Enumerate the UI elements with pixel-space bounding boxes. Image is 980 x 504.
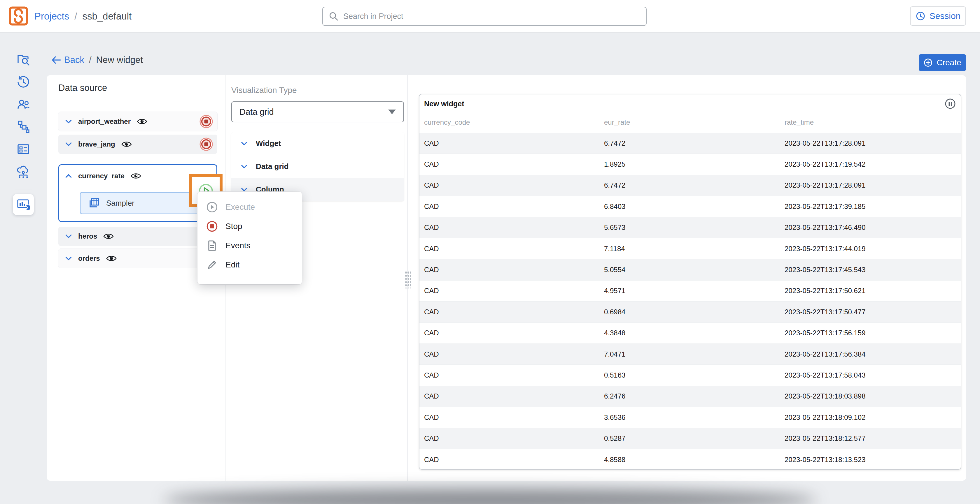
ssb-logo-icon[interactable] bbox=[9, 6, 28, 25]
visualization-type-label: Visualization Type bbox=[231, 86, 297, 95]
breadcrumb-projects-link[interactable]: Projects bbox=[34, 11, 69, 22]
cell-currency-code: CAD bbox=[419, 434, 600, 442]
app-root: { "colors": { "accent_blue": "#2F6FD3", … bbox=[0, 0, 980, 504]
cell-eur-rate: 5.0554 bbox=[600, 266, 780, 274]
panel-resize-handle[interactable] bbox=[405, 271, 410, 288]
accordion-section-widget[interactable]: Widget bbox=[231, 132, 404, 155]
table-body: CAD 6.7472 2023-05-22T13:17:28.091 CAD 1… bbox=[419, 133, 961, 469]
project-explorer-icon[interactable] bbox=[16, 52, 30, 67]
chevron-up-icon[interactable] bbox=[64, 171, 73, 180]
cell-currency-code: CAD bbox=[419, 266, 600, 274]
visualization-type-select[interactable]: Data grid bbox=[231, 101, 404, 122]
breadcrumb-separator: / bbox=[75, 11, 77, 22]
cell-rate-time: 2023-05-22T13:17:19.542 bbox=[780, 160, 961, 168]
cell-currency-code: CAD bbox=[419, 456, 600, 464]
table-row[interactable]: CAD 4.9571 2023-05-22T13:17:50.621 bbox=[419, 281, 961, 301]
back-link[interactable]: Back bbox=[51, 55, 84, 65]
tree-item-brave-jang[interactable]: brave_jang bbox=[58, 135, 217, 154]
table-row[interactable]: CAD 0.6984 2023-05-22T13:17:50.477 bbox=[419, 301, 961, 322]
table-row[interactable]: CAD 6.8403 2023-05-22T13:17:39.185 bbox=[419, 196, 961, 217]
job-flow-icon[interactable] bbox=[16, 120, 30, 134]
table-row[interactable]: CAD 6.7472 2023-05-22T13:17:28.091 bbox=[419, 133, 961, 154]
cell-eur-rate: 4.8588 bbox=[600, 456, 780, 464]
stop-job-button[interactable] bbox=[199, 114, 213, 128]
chevron-down-icon[interactable] bbox=[64, 254, 73, 263]
table-row[interactable]: CAD 3.6536 2023-05-22T13:18:09.102 bbox=[419, 407, 961, 428]
column-header-currency-code[interactable]: currency_code bbox=[419, 118, 600, 127]
history-icon[interactable] bbox=[16, 75, 30, 89]
document-icon bbox=[206, 240, 218, 251]
menu-item-stop[interactable]: Stop bbox=[197, 217, 302, 236]
table-row[interactable]: CAD 6.7472 2023-05-22T13:17:28.091 bbox=[419, 175, 961, 196]
breadcrumb-project-name: ssb_default bbox=[82, 11, 132, 22]
app-header: Projects / ssb_default Search in Project… bbox=[0, 0, 980, 33]
cell-rate-time: 2023-05-22T13:17:58.043 bbox=[780, 371, 961, 379]
cloud-connections-icon[interactable] bbox=[16, 165, 30, 179]
session-label: Session bbox=[929, 11, 961, 21]
plus-circle-icon bbox=[923, 58, 933, 67]
menu-item-edit[interactable]: Edit bbox=[197, 255, 302, 274]
menu-item-execute[interactable]: Execute bbox=[197, 198, 302, 217]
sampler-label: Sampler bbox=[106, 199, 134, 208]
caret-down-icon bbox=[388, 109, 396, 114]
column-header-rate-time[interactable]: rate_time bbox=[780, 118, 961, 127]
cell-eur-rate: 0.6984 bbox=[600, 308, 780, 316]
cell-eur-rate: 6.7472 bbox=[600, 139, 780, 147]
menu-item-events[interactable]: Events bbox=[197, 236, 302, 255]
users-icon[interactable] bbox=[16, 97, 30, 111]
sidebar-divider bbox=[14, 189, 32, 189]
table-row[interactable]: CAD 0.5163 2023-05-22T13:17:58.043 bbox=[419, 365, 961, 386]
eye-icon[interactable] bbox=[106, 254, 117, 263]
visualization-accordion: Widget Data grid Column bbox=[231, 132, 404, 201]
table-row[interactable]: CAD 4.8588 2023-05-22T13:18:13.523 bbox=[419, 449, 961, 470]
accordion-section-data-grid[interactable]: Data grid bbox=[231, 155, 404, 178]
chevron-down-icon[interactable] bbox=[64, 117, 73, 126]
cell-rate-time: 2023-05-22T13:17:50.621 bbox=[780, 287, 961, 295]
chevron-down-icon[interactable] bbox=[64, 140, 73, 149]
table-row[interactable]: CAD 7.0471 2023-05-22T13:17:56.384 bbox=[419, 344, 961, 365]
table-row[interactable]: CAD 0.5287 2023-05-22T13:18:12.577 bbox=[419, 428, 961, 449]
cell-currency-code: CAD bbox=[419, 160, 600, 168]
cell-currency-code: CAD bbox=[419, 392, 600, 400]
cell-rate-time: 2023-05-22T13:17:50.477 bbox=[780, 308, 961, 316]
cell-eur-rate: 7.0471 bbox=[600, 350, 780, 358]
cell-currency-code: CAD bbox=[419, 245, 600, 253]
tree-item-orders[interactable]: orders bbox=[58, 249, 217, 268]
cell-currency-code: CAD bbox=[419, 308, 600, 316]
cell-currency-code: CAD bbox=[419, 223, 600, 231]
tree-item-heros[interactable]: heros bbox=[58, 227, 217, 246]
pause-icon[interactable] bbox=[944, 98, 956, 109]
search-icon bbox=[329, 11, 339, 21]
chevron-down-icon[interactable] bbox=[64, 232, 73, 241]
cell-rate-time: 2023-05-22T13:18:09.102 bbox=[780, 414, 961, 422]
tables-icon[interactable] bbox=[16, 142, 30, 156]
cell-rate-time: 2023-05-22T13:17:56.384 bbox=[780, 350, 961, 358]
search-input[interactable]: Search in Project bbox=[322, 7, 647, 26]
widget-title: New widget bbox=[424, 100, 465, 108]
cell-eur-rate: 6.7472 bbox=[600, 181, 780, 189]
stop-job-button[interactable] bbox=[199, 137, 213, 151]
column-header-eur-rate[interactable]: eur_rate bbox=[600, 118, 780, 127]
cell-currency-code: CAD bbox=[419, 139, 600, 147]
create-button[interactable]: Create bbox=[919, 54, 966, 71]
eye-icon[interactable] bbox=[137, 117, 148, 125]
table-row[interactable]: CAD 5.0554 2023-05-22T13:17:45.543 bbox=[419, 259, 961, 280]
session-button[interactable]: Session bbox=[910, 6, 966, 25]
dashboards-icon bbox=[16, 198, 30, 211]
eye-icon[interactable] bbox=[103, 232, 114, 240]
tree-item-airport-weather[interactable]: airport_weather bbox=[58, 112, 217, 131]
table-row[interactable]: CAD 1.8925 2023-05-22T13:17:19.542 bbox=[419, 154, 961, 175]
table-row[interactable]: CAD 6.2476 2023-05-22T13:18:03.898 bbox=[419, 386, 961, 407]
table-row[interactable]: CAD 7.1184 2023-05-22T13:17:44.019 bbox=[419, 238, 961, 259]
table-row[interactable]: CAD 5.6573 2023-05-22T13:17:46.490 bbox=[419, 217, 961, 238]
eye-icon[interactable] bbox=[121, 140, 132, 148]
cell-rate-time: 2023-05-22T13:17:39.185 bbox=[780, 203, 961, 211]
sidebar-item-dashboards-active[interactable] bbox=[13, 194, 34, 215]
cell-currency-code: CAD bbox=[419, 329, 600, 337]
cell-rate-time: 2023-05-22T13:18:13.523 bbox=[780, 456, 961, 464]
cell-eur-rate: 7.1184 bbox=[600, 245, 780, 253]
page-title: New widget bbox=[96, 55, 143, 65]
eye-icon[interactable] bbox=[130, 172, 142, 180]
table-row[interactable]: CAD 4.3848 2023-05-22T13:17:56.159 bbox=[419, 323, 961, 344]
back-arrow-icon bbox=[51, 55, 61, 64]
